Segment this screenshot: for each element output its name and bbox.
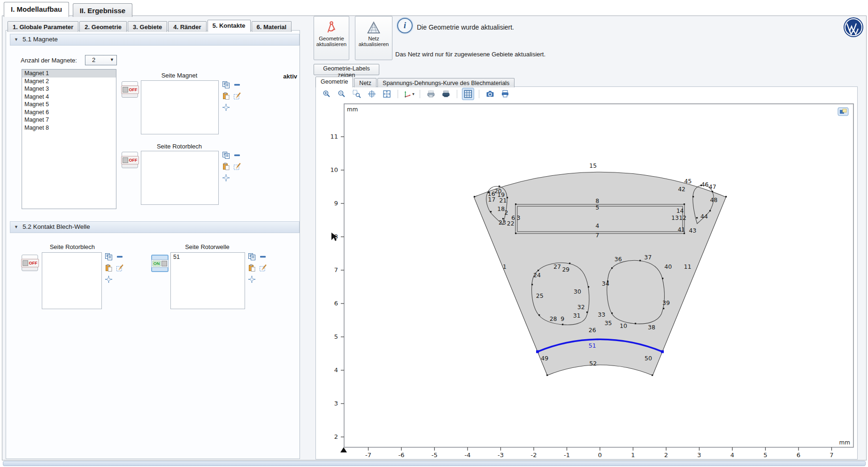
- seite-magnet-selection-toolbar: [222, 81, 241, 111]
- view-tab-1[interactable]: Geometrie: [315, 77, 353, 87]
- zoom-in-icon[interactable]: [321, 88, 333, 100]
- svg-text:15: 15: [589, 162, 597, 169]
- bottom-collapsed-panel[interactable]: [3, 461, 866, 466]
- clear-selection-icon[interactable]: [233, 163, 241, 171]
- snapshot-icon[interactable]: [484, 88, 496, 100]
- axes-icon[interactable]: ▾: [403, 88, 415, 100]
- tab-modellaufbau[interactable]: I. Modellaufbau: [4, 2, 69, 17]
- kontakt-rotorwelle-selection-box[interactable]: 51: [170, 252, 245, 309]
- clear-selection-icon[interactable]: [233, 92, 241, 100]
- toggle-on-label: ON: [153, 261, 161, 266]
- selected-edge-value[interactable]: 51: [171, 253, 245, 260]
- copy-icon[interactable]: [248, 253, 256, 261]
- seite-rotorblech-toggle[interactable]: OFF: [122, 152, 138, 168]
- zoom-to-selection-icon[interactable]: [105, 275, 113, 283]
- svg-text:34: 34: [602, 280, 609, 287]
- print-icon[interactable]: [499, 88, 511, 100]
- magnet-list-item[interactable]: Magnet 3: [22, 85, 116, 93]
- sub-tab-2[interactable]: 2. Geometrie: [79, 21, 127, 32]
- svg-text:23: 23: [499, 219, 506, 226]
- copy-icon[interactable]: [105, 253, 113, 261]
- zoom-out-icon[interactable]: [336, 88, 348, 100]
- svg-text:36: 36: [615, 256, 622, 263]
- svg-text:26: 26: [589, 327, 596, 334]
- magnet-list-item[interactable]: Magnet 2: [22, 78, 116, 86]
- svg-text:40: 40: [664, 263, 672, 270]
- copy-icon[interactable]: [222, 151, 230, 159]
- svg-text:4: 4: [730, 451, 734, 458]
- copy-icon[interactable]: [222, 81, 230, 89]
- magnet-list[interactable]: Magnet 1Magnet 2Magnet 3Magnet 4Magnet 5…: [22, 69, 116, 209]
- zoom-to-selection-icon[interactable]: [222, 103, 230, 111]
- zoom-box-icon[interactable]: [351, 88, 363, 100]
- collapse-caret-icon[interactable]: ▼: [14, 37, 18, 42]
- svg-text:5: 5: [763, 451, 767, 458]
- toggle-off-label: OFF: [29, 261, 38, 265]
- remove-icon[interactable]: [233, 151, 241, 159]
- seite-magnet-toggle[interactable]: OFF: [122, 81, 138, 98]
- paste-icon[interactable]: [248, 264, 256, 272]
- clear-selection-icon[interactable]: [259, 264, 267, 272]
- svg-text:-1: -1: [564, 451, 570, 458]
- info-icon: i: [397, 18, 413, 33]
- export-image-icon[interactable]: [425, 88, 437, 100]
- svg-text:1: 1: [503, 263, 507, 270]
- sub-tab-1[interactable]: 1. Globale Parameter: [8, 21, 78, 32]
- toolbar-separator: [479, 90, 479, 98]
- magnet-list-item[interactable]: Magnet 7: [22, 116, 116, 124]
- clear-selection-icon[interactable]: [116, 264, 124, 272]
- svg-text:3: 3: [334, 400, 338, 407]
- svg-text:39: 39: [662, 299, 670, 306]
- anzahl-magnete-select[interactable]: 2 ▼: [85, 55, 117, 65]
- seite-magnet-selection-box[interactable]: [141, 80, 219, 134]
- grid-icon[interactable]: [462, 88, 474, 100]
- section-header-kontakt[interactable]: ▼5.2 Kontakt Blech-Welle: [10, 221, 300, 233]
- plot-mini-icon[interactable]: [838, 108, 848, 116]
- remove-icon[interactable]: [116, 253, 124, 261]
- svg-text:30: 30: [574, 288, 581, 295]
- export-image-dark-icon[interactable]: [440, 88, 452, 100]
- remove-icon[interactable]: [233, 81, 241, 89]
- svg-text:13: 13: [671, 214, 679, 221]
- svg-text:50: 50: [645, 355, 652, 362]
- zoom-extents-icon[interactable]: [381, 88, 393, 100]
- svg-text:2: 2: [664, 451, 668, 458]
- kontakt-rotorblech-toggle[interactable]: OFF: [22, 255, 38, 271]
- svg-text:9: 9: [334, 200, 338, 207]
- sub-tab-4[interactable]: 4. Ränder: [168, 21, 206, 32]
- paste-icon[interactable]: [105, 264, 113, 272]
- magnet-list-item[interactable]: Magnet 8: [22, 124, 116, 132]
- toggle-knob: [123, 87, 128, 93]
- svg-text:5: 5: [595, 204, 599, 211]
- kontakt-rotorwelle-toggle[interactable]: ON: [151, 255, 169, 272]
- geometrie-aktualisieren-button[interactable]: Geometrie aktualisieren: [314, 16, 349, 60]
- kontakt-rotorwelle-selection-toolbar: [248, 253, 267, 283]
- sub-tab-3[interactable]: 3. Gebiete: [128, 21, 167, 32]
- magnet-list-item[interactable]: Magnet 5: [22, 101, 116, 109]
- paste-icon[interactable]: [222, 92, 230, 100]
- kontakt-rotorblech-selection-box[interactable]: [42, 252, 102, 309]
- netz-aktualisieren-button[interactable]: Netz aktualisieren: [355, 16, 392, 60]
- view-tab-2[interactable]: Netz: [354, 78, 376, 87]
- collapse-caret-icon[interactable]: ▼: [14, 225, 18, 229]
- seite-rotorblech-selection-box[interactable]: [141, 151, 219, 205]
- section-header-magnete[interactable]: ▼5.1 Magnete: [10, 34, 300, 46]
- paste-icon[interactable]: [222, 163, 230, 171]
- view-tab-3[interactable]: Spannungs-Dehnungs-Kurve des Blechmateri…: [377, 78, 515, 87]
- magnet-list-item[interactable]: Magnet 4: [22, 93, 116, 101]
- sub-tab-6[interactable]: 6. Material: [252, 21, 292, 32]
- sub-tab-5[interactable]: 5. Kontakte: [207, 20, 251, 32]
- tab-ergebnisse[interactable]: II. Ergebnisse: [73, 3, 133, 17]
- svg-text:3: 3: [517, 214, 521, 221]
- zoom-selected-icon[interactable]: [366, 88, 378, 100]
- magnet-list-item[interactable]: Magnet 1: [22, 70, 116, 78]
- zoom-to-selection-icon[interactable]: [248, 275, 256, 283]
- aktiv-column-header: aktiv: [250, 73, 297, 80]
- zoom-to-selection-icon[interactable]: [222, 174, 230, 182]
- remove-icon[interactable]: [259, 253, 267, 261]
- svg-text:7: 7: [830, 451, 833, 458]
- graphics-area: ▾ -7-6-5-4-3-2-10123: [315, 86, 858, 459]
- geometry-plot[interactable]: -7-6-5-4-3-2-101234567234567891011mmmm 1…: [316, 102, 857, 458]
- geometrie-labels-zeigen-button[interactable]: Geometrie-Labels zeigen: [314, 64, 379, 75]
- magnet-list-item[interactable]: Magnet 6: [22, 109, 116, 117]
